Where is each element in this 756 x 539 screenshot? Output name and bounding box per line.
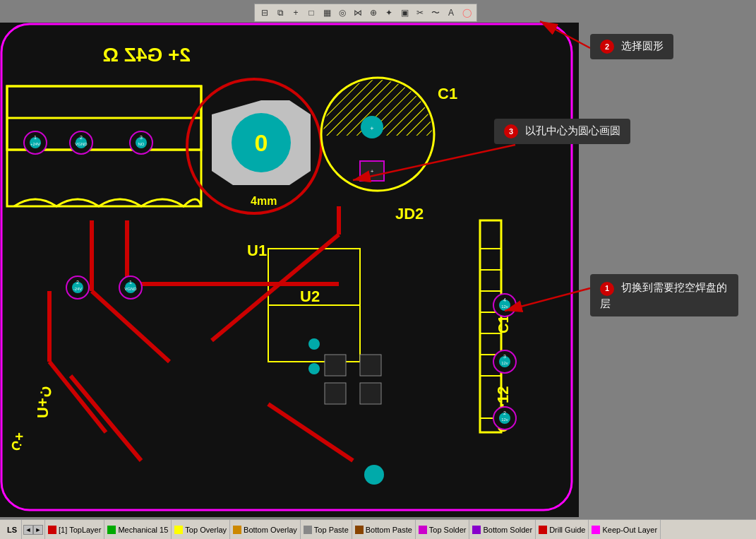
bottom-overlay-label: Bottom Overlay bbox=[244, 526, 297, 534]
tooltip-3-text: 以孔中心为圆心画圆 bbox=[525, 124, 620, 136]
svg-text:+24V: +24V bbox=[30, 142, 40, 146]
svg-point-61 bbox=[119, 276, 142, 299]
svg-line-27 bbox=[92, 291, 169, 362]
bottom-overlay-dot bbox=[233, 526, 241, 534]
svg-text:2: 2 bbox=[76, 280, 79, 285]
svg-text:NO: NO bbox=[138, 142, 145, 146]
wave-icon[interactable]: 〜 bbox=[428, 6, 443, 20]
svg-text:-24V: -24V bbox=[73, 287, 83, 291]
badge-3: 3 bbox=[504, 124, 518, 138]
svg-point-83 bbox=[364, 465, 384, 485]
status-ls: LS bbox=[3, 520, 22, 539]
top-paste-dot bbox=[304, 526, 312, 534]
svg-point-77 bbox=[308, 338, 320, 350]
svg-point-74 bbox=[499, 413, 510, 424]
svg-point-49 bbox=[70, 131, 92, 154]
circle-tool-icon[interactable]: ◯ bbox=[460, 6, 474, 20]
svg-point-78 bbox=[308, 363, 320, 374]
star-icon[interactable]: ✦ bbox=[382, 6, 396, 20]
ls-label: LS bbox=[7, 526, 17, 534]
svg-rect-19 bbox=[360, 161, 384, 181]
svg-text:+ن: +ن bbox=[11, 432, 27, 451]
rect-icon[interactable]: □ bbox=[304, 6, 318, 20]
status-top-overlay[interactable]: Top Overlay bbox=[172, 520, 230, 539]
right-panel bbox=[579, 23, 756, 519]
status-bottom-solder[interactable]: Bottom Solder bbox=[469, 520, 536, 539]
mechanical-label: Mechanical 15 bbox=[118, 526, 168, 534]
svg-text:C2+12: C2+12 bbox=[494, 386, 512, 432]
svg-point-14 bbox=[323, 80, 432, 189]
svg-point-46 bbox=[30, 137, 41, 148]
svg-text:U2: U2 bbox=[300, 288, 320, 305]
svg-point-66 bbox=[499, 300, 510, 311]
circle-pad-icon[interactable]: ◎ bbox=[335, 6, 349, 20]
svg-line-33 bbox=[71, 376, 141, 461]
svg-rect-79 bbox=[325, 355, 346, 376]
chart-icon[interactable]: ▦ bbox=[320, 6, 334, 20]
svg-text:C1: C1 bbox=[496, 315, 511, 333]
svg-line-35 bbox=[49, 362, 106, 432]
tooltip-1-text: 切换到需要挖空焊盘的层 bbox=[600, 281, 727, 309]
svg-text:3: 3 bbox=[140, 135, 143, 140]
svg-rect-5 bbox=[268, 305, 360, 362]
toolbar: ⊟ ⧉ + □ ▦ ◎ ⋈ ⊕ ✦ ▣ ✂ 〜 A ◯ bbox=[254, 4, 477, 22]
nav-next-btn[interactable]: ► bbox=[33, 525, 43, 535]
badge-1: 1 bbox=[600, 282, 614, 296]
top-solder-dot bbox=[419, 526, 427, 534]
filter-icon[interactable]: ⊟ bbox=[258, 6, 272, 20]
svg-rect-39 bbox=[480, 333, 501, 355]
nav-prev-btn[interactable]: ◄ bbox=[23, 525, 33, 535]
bottom-paste-dot bbox=[355, 526, 364, 534]
keepout-label: Keep-Out Layer bbox=[602, 526, 657, 534]
svg-text:0: 0 bbox=[255, 129, 268, 156]
svg-text:+: + bbox=[371, 168, 374, 174]
group-icon[interactable]: ▣ bbox=[397, 6, 412, 20]
svg-text:4mm: 4mm bbox=[251, 195, 277, 207]
status-top-solder[interactable]: Top Solder bbox=[416, 520, 470, 539]
bottom-solder-label: Bottom Solder bbox=[483, 526, 532, 534]
cut-icon[interactable]: ✂ bbox=[413, 6, 427, 20]
status-mechanical[interactable]: Mechanical 15 bbox=[104, 520, 172, 539]
top-solder-label: Top Solder bbox=[429, 526, 467, 534]
svg-point-17 bbox=[361, 116, 383, 138]
marker-icon[interactable]: ⊕ bbox=[366, 6, 380, 20]
status-drill-guide[interactable]: Drill Guide bbox=[536, 520, 589, 539]
status-keepout[interactable]: Keep-Out Layer bbox=[589, 520, 661, 539]
svg-rect-37 bbox=[480, 249, 501, 270]
svg-rect-80 bbox=[325, 383, 346, 404]
svg-rect-4 bbox=[268, 249, 360, 305]
badge-2: 2 bbox=[600, 40, 614, 54]
add-icon[interactable]: + bbox=[289, 6, 303, 20]
status-bottom-overlay[interactable]: Bottom Overlay bbox=[230, 520, 301, 539]
svg-point-54 bbox=[136, 137, 147, 148]
toplayer-dot bbox=[48, 526, 56, 534]
svg-point-57 bbox=[66, 276, 89, 299]
svg-text:U1: U1 bbox=[247, 242, 267, 259]
text-icon[interactable]: A bbox=[444, 6, 458, 20]
antenna-icon[interactable]: ⋈ bbox=[351, 6, 365, 20]
svg-point-53 bbox=[130, 131, 152, 154]
svg-rect-2 bbox=[7, 86, 201, 206]
svg-text:1: 1 bbox=[129, 280, 132, 285]
svg-line-32 bbox=[268, 404, 353, 461]
nav-controls: ◄ ► bbox=[22, 520, 45, 539]
svg-text:+: + bbox=[370, 125, 373, 132]
svg-text:4: 4 bbox=[503, 297, 506, 302]
status-bottom-paste[interactable]: Bottom Paste bbox=[352, 520, 416, 539]
status-toplayer[interactable]: [1] TopLayer bbox=[45, 520, 104, 539]
svg-rect-38 bbox=[480, 291, 501, 312]
svg-text:12v: 12v bbox=[501, 361, 508, 365]
bottom-paste-label: Bottom Paste bbox=[366, 526, 412, 534]
svg-line-87 bbox=[505, 288, 590, 311]
tooltip-draw-circle: 3 以孔中心为圆心画圆 bbox=[494, 119, 630, 144]
svg-rect-1 bbox=[1, 24, 572, 510]
svg-rect-36 bbox=[480, 220, 501, 432]
layers-icon[interactable]: ⧉ bbox=[273, 6, 287, 20]
svg-text:2+ G4Z Ω: 2+ G4Z Ω bbox=[103, 44, 191, 66]
svg-marker-9 bbox=[212, 100, 311, 185]
svg-rect-3 bbox=[7, 86, 201, 150]
svg-rect-82 bbox=[360, 383, 381, 404]
drill-guide-dot bbox=[539, 526, 547, 534]
svg-text:VGND: VGND bbox=[124, 287, 137, 291]
status-top-paste[interactable]: Top Paste bbox=[301, 520, 352, 539]
